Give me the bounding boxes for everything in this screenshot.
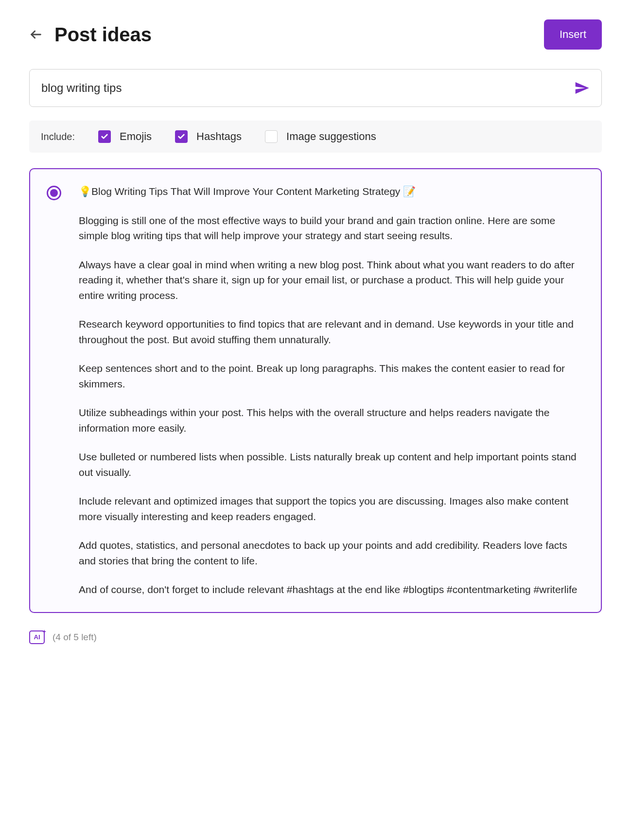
include-label: Include: — [41, 131, 75, 142]
result-paragraph: Blogging is still one of the most effect… — [79, 213, 584, 244]
header: Post ideas Insert — [29, 19, 602, 50]
result-paragraph: Keep sentences short and to the point. B… — [79, 361, 584, 391]
checkbox-group-image-suggestions: Image suggestions — [265, 130, 376, 143]
insert-button[interactable]: Insert — [544, 19, 602, 50]
radio-inner — [50, 189, 58, 197]
checkbox-group-emojis: Emojis — [98, 130, 152, 143]
search-input[interactable] — [41, 81, 574, 95]
result-card[interactable]: 💡Blog Writing Tips That Will Improve You… — [29, 168, 602, 613]
checkbox-label-image-suggestions: Image suggestions — [286, 130, 376, 143]
checkbox-hashtags[interactable] — [175, 130, 188, 143]
usage-count: (4 of 5 left) — [53, 632, 97, 643]
result-paragraph: Include relevant and optimized images th… — [79, 493, 584, 524]
page-title: Post ideas — [54, 24, 152, 46]
result-title: 💡Blog Writing Tips That Will Improve You… — [79, 184, 584, 199]
result-radio[interactable] — [47, 186, 61, 200]
search-container — [29, 69, 602, 107]
radio-container — [47, 184, 61, 597]
footer: AI ✦ (4 of 5 left) — [29, 627, 602, 644]
result-paragraph: Add quotes, statistics, and personal ane… — [79, 538, 584, 568]
checkbox-emojis[interactable] — [98, 130, 111, 143]
result-paragraph: Always have a clear goal in mind when wr… — [79, 257, 584, 303]
result-paragraph: And of course, don't forget to include r… — [79, 582, 584, 597]
include-options-bar: Include: Emojis Hashtags Image suggestio… — [29, 121, 602, 153]
result-paragraph: Research keyword opportunities to find t… — [79, 316, 584, 347]
checkbox-label-hashtags: Hashtags — [196, 130, 242, 143]
back-button[interactable] — [29, 28, 43, 41]
result-paragraph: Use bulleted or numbered lists when poss… — [79, 449, 584, 480]
sparkle-icon: ✦ — [42, 629, 46, 634]
checkbox-group-hashtags: Hashtags — [175, 130, 242, 143]
ai-badge-label: AI — [34, 633, 40, 641]
checkbox-label-emojis: Emojis — [120, 130, 152, 143]
ai-badge-icon: AI ✦ — [29, 630, 45, 644]
checkbox-image-suggestions[interactable] — [265, 130, 278, 143]
result-content: 💡Blog Writing Tips That Will Improve You… — [79, 184, 584, 597]
send-icon[interactable] — [574, 80, 590, 96]
header-left: Post ideas — [29, 24, 152, 46]
result-paragraph: Utilize subheadings within your post. Th… — [79, 405, 584, 436]
